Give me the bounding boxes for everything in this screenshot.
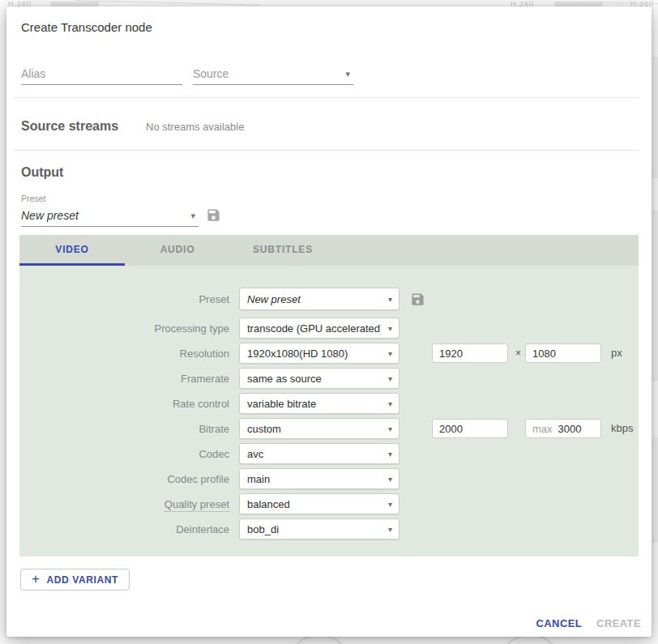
processing-type-row: Processing type transcode (GPU accelerat… [19, 318, 639, 339]
bitrate-input[interactable] [432, 419, 508, 438]
caret-down-icon: ▾ [190, 211, 199, 221]
max-value: 3000 [558, 423, 582, 435]
variant-preset-select[interactable]: New preset ▾ [239, 288, 400, 310]
output-preset-select[interactable]: New preset ▾ [21, 205, 199, 227]
section-divider [13, 150, 639, 151]
multiply-separator: × [515, 343, 521, 364]
tab-audio[interactable]: AUDIO [125, 235, 230, 266]
save-variant-preset-icon[interactable] [410, 292, 425, 307]
caret-down-icon: ▾ [388, 475, 392, 484]
kbps-unit-label: kbps [611, 418, 633, 439]
caret-down-icon: ▾ [345, 69, 353, 79]
background-side-shape [652, 57, 658, 178]
px-unit-label: px [611, 343, 622, 364]
row-label: Processing type [19, 322, 239, 335]
max-prefix-label: max [532, 423, 553, 435]
background-side-shape [652, 437, 658, 543]
caret-down-icon: ▾ [388, 500, 392, 509]
quality-preset-row: Quality preset balanced ▾ [19, 493, 639, 514]
caret-down-icon: ▾ [388, 374, 392, 383]
codec-profile-row: Codec profile main ▾ [19, 468, 639, 489]
framerate-select[interactable]: same as source ▾ [239, 368, 400, 389]
output-preset-value: New preset [21, 209, 79, 222]
background-line-shape [75, 0, 261, 6]
save-preset-icon[interactable] [206, 207, 221, 223]
resolution-width-input[interactable] [432, 343, 508, 363]
caret-down-icon: ▾ [388, 324, 392, 333]
section-divider [13, 97, 639, 98]
video-tab-content: Preset New preset ▾ Processing type tra [19, 266, 639, 540]
create-transcoder-dialog: Create Transcoder node Source ▾ Source s… [6, 6, 652, 637]
select-value: same as source [247, 373, 322, 385]
caret-down-icon: ▾ [388, 349, 392, 358]
cancel-button[interactable]: CANCEL [536, 617, 583, 629]
bitrate-select[interactable]: custom ▾ [239, 418, 400, 439]
codec-row: Codec avc ▾ [19, 443, 639, 464]
resolution-height-input[interactable] [525, 343, 601, 363]
row-label: Rate control [19, 398, 239, 410]
framerate-row: Framerate same as source ▾ [19, 368, 639, 389]
row-label: Preset [19, 293, 239, 305]
row-label: Codec [19, 448, 239, 460]
select-value: balanced [247, 498, 290, 510]
deinterlace-row: Deinterlace bob_di ▾ [19, 518, 639, 540]
deinterlace-select[interactable]: bob_di ▾ [239, 518, 400, 540]
preset-field-label: Preset [21, 194, 45, 203]
resolution-row: Resolution 1920x1080(HD 1080) ▾ × px [19, 343, 639, 364]
caret-down-icon: ▾ [388, 450, 392, 458]
select-value: main [247, 473, 270, 485]
create-button[interactable]: CREATE [596, 617, 641, 629]
rate-control-select[interactable]: variable bitrate ▾ [239, 393, 400, 414]
output-tabbar: VIDEO AUDIO SUBTITLES [19, 235, 639, 266]
source-select-label: Source [193, 67, 229, 80]
row-label: Quality preset [19, 498, 239, 510]
row-label: Deinterlace [19, 523, 239, 535]
alias-field [21, 63, 182, 85]
background-side-shape [652, 211, 658, 381]
source-streams-heading: Source streams [21, 119, 118, 134]
select-value: New preset [247, 293, 301, 305]
source-select[interactable]: Source ▾ [193, 63, 353, 85]
select-value: variable bitrate [247, 398, 316, 410]
select-value: transcode (GPU accelerated) [247, 322, 381, 335]
row-label: Framerate [19, 373, 239, 385]
codec-select[interactable]: avc ▾ [239, 443, 400, 464]
add-variant-button[interactable]: + ADD VARIANT [20, 569, 130, 591]
bitrate-row: Bitrate custom ▾ max 3000 kbps [19, 418, 639, 439]
row-label: Resolution [19, 348, 239, 360]
select-value: 1920x1080(HD 1080) [247, 348, 348, 360]
row-label: Codec profile [19, 473, 239, 485]
rate-control-row: Rate control variable bitrate ▾ [19, 393, 639, 414]
tab-subtitles[interactable]: SUBTITLES [230, 235, 335, 266]
preset-row: Preset New preset ▾ [19, 288, 639, 310]
select-value: custom [247, 423, 281, 435]
dialog-actions: CANCEL CREATE [536, 617, 641, 629]
plus-icon: + [32, 572, 41, 586]
output-variant-panel: VIDEO AUDIO SUBTITLES Preset New preset … [19, 235, 639, 557]
bitrate-max-input[interactable]: max 3000 [525, 419, 601, 438]
quality-preset-label: Quality preset [164, 498, 229, 512]
quality-preset-select[interactable]: balanced ▾ [239, 493, 400, 514]
output-heading: Output [21, 165, 63, 180]
caret-down-icon: ▾ [388, 525, 392, 534]
select-value: bob_di [247, 523, 279, 535]
no-streams-available-text: No streams available [146, 121, 244, 133]
caret-down-icon: ▾ [388, 295, 392, 304]
tab-video[interactable]: VIDEO [19, 235, 125, 266]
select-value: avc [247, 448, 263, 460]
caret-down-icon: ▾ [388, 424, 392, 433]
resolution-select[interactable]: 1920x1080(HD 1080) ▾ [239, 343, 400, 364]
processing-type-select[interactable]: transcode (GPU accelerated) ▾ [239, 318, 400, 339]
row-label: Bitrate [19, 423, 239, 435]
add-variant-label: ADD VARIANT [47, 574, 118, 586]
page-background: H.26ll H.26ll H.26ll Create Transcoder n… [0, 0, 658, 644]
caret-down-icon: ▾ [388, 399, 392, 408]
codec-profile-select[interactable]: main ▾ [239, 468, 400, 489]
dialog-title: Create Transcoder node [21, 20, 152, 34]
alias-input[interactable] [21, 63, 182, 85]
